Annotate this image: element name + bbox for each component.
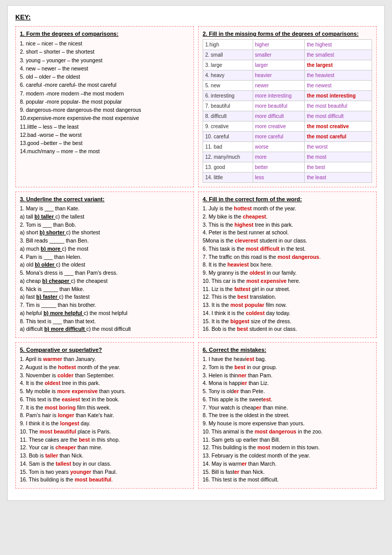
table-cell: higher <box>253 40 305 50</box>
list-item: 5. old – older – the oldest <box>20 73 189 81</box>
list-item: 10. The most beautiful place is Paris. <box>20 428 189 436</box>
list-item: 15. Bill is faster than Nick. <box>203 468 372 476</box>
list-item: a) difficult b) more difficult c) the mo… <box>20 325 189 333</box>
section3-title: 3. Underline the correct variant: <box>20 196 189 202</box>
section2: 2. Fill in the missing forms of the degr… <box>198 26 377 187</box>
list-item: 3. November is colder than September. <box>20 372 189 380</box>
table-cell: 6. interesting <box>203 91 253 101</box>
section4-title: 4. Fill in the correct form of the word: <box>203 196 372 202</box>
list-item: 2. My bike is the cheapest. <box>203 213 372 221</box>
table-cell: 14. little <box>203 173 253 183</box>
table-cell: the newest <box>305 81 372 91</box>
table-cell: newer <box>253 81 305 91</box>
list-item: 10.expensive-more expensive-the most exp… <box>20 114 189 122</box>
table-cell: more <box>253 152 305 162</box>
section2-title: 2. Fill in the missing forms of the degr… <box>203 31 372 37</box>
list-item: 12. Your car is cheaper than mine. <box>20 444 189 452</box>
table-cell: larger <box>253 60 305 70</box>
table-cell: the smallest <box>305 50 372 60</box>
list-item: 15. It is the biggest size of the dress. <box>203 318 372 326</box>
list-item: 13. February is the coldest month of the… <box>203 452 372 460</box>
section4: 4. Fill in the correct form of the word:… <box>198 191 377 338</box>
list-item: 14.much/many – more – the most <box>20 147 189 155</box>
list-item: a) cheap b) cheaper c) the cheapest <box>20 277 189 285</box>
list-item: a) fast b) faster c) the fastest <box>20 293 189 301</box>
table-row: 13. goodbetterthe best <box>203 162 372 173</box>
list-item: 14. May is warmer than March. <box>203 460 372 468</box>
table-cell: the best <box>305 162 372 173</box>
list-item: 8. Pam's hair is longer than Kate's hair… <box>20 412 189 420</box>
list-item: 8. It is the heaviest box here. <box>203 261 372 269</box>
list-item: 9. dangerous-more dangerous-the most dan… <box>20 106 189 114</box>
table-cell: more creative <box>253 122 305 132</box>
page: KEY: 1. Form the degrees of comparisons:… <box>7 5 385 501</box>
table-cell: more beautiful <box>253 101 305 111</box>
list-item: 11. These cakes are the best in this sho… <box>20 436 189 444</box>
table-cell: the most interesting <box>305 91 372 101</box>
table-cell: the heaviest <box>305 70 372 81</box>
table-row: 5. newnewerthe newest <box>203 81 372 91</box>
list-item: 8. The tree is the oldest in the street. <box>203 412 372 420</box>
list-item: 4. It is the oldest tree in this park. <box>20 379 189 388</box>
table-cell: more difficult <box>253 111 305 122</box>
table-cell: 9. creative <box>203 122 253 132</box>
section6-content: 1. I have the heaviest bag.2. Tom is the… <box>203 355 372 484</box>
list-item: 1. April is warmer than January. <box>20 355 189 364</box>
section3: 3. Underline the correct variant: 1. Mar… <box>15 191 194 338</box>
table-cell: the worst <box>305 142 372 152</box>
list-item: 7. The traffic on this road is the most … <box>203 253 372 261</box>
table-row: 6. interestingmore interestingthe most i… <box>203 91 372 101</box>
list-item: a) helpful b) more helpful c) the most h… <box>20 309 189 318</box>
table-cell: smaller <box>253 50 305 60</box>
list-item: 13. It is the most popular film now. <box>203 301 372 309</box>
list-item: 16. This test is the most difficult. <box>203 476 372 484</box>
list-item: 3. This is the highest tree in this park… <box>203 221 372 229</box>
list-item: 5Mona is the cleverest student in our cl… <box>203 237 372 245</box>
list-item: 9. My granny is the oldest in our family… <box>203 269 372 277</box>
table-row: 11. badworsethe worst <box>203 142 372 152</box>
key-label: KEY: <box>15 13 377 21</box>
list-item: 12.bad -worse – the worst <box>20 131 189 139</box>
table-cell: the largest <box>305 60 372 70</box>
section1: 1. Form the degrees of comparisons: 1. n… <box>15 26 194 187</box>
list-item: 1. I have the heaviest bag. <box>203 355 372 364</box>
table-cell: 8. difficult <box>203 111 253 122</box>
table-cell: 12. many/much <box>203 152 253 162</box>
list-item: 13.good –better – the best <box>20 139 189 147</box>
list-item: 10. This car is the most expensive here. <box>203 277 372 285</box>
table-cell: more interesting <box>253 91 305 101</box>
list-item: 16. This building is the most beautiful. <box>20 476 189 484</box>
table-row: 7. beautifulmore beautifulthe most beaut… <box>203 101 372 111</box>
list-item: a) old b) older c) the oldest <box>20 261 189 269</box>
table-cell: the most creative <box>305 122 372 132</box>
table-cell: worse <box>253 142 305 152</box>
table-row: 8. difficultmore difficultthe most diffi… <box>203 111 372 122</box>
list-item: 4. Pam is ___ than Helen. <box>20 253 189 261</box>
table-cell: 11. bad <box>203 142 253 152</box>
section3-content: 1. Mary is ___ than Kate.a) tall b) tall… <box>20 205 189 333</box>
list-item: 9. My house is more expensive than yours… <box>203 420 372 428</box>
table-cell: 3. large <box>203 60 253 70</box>
list-item: 3. young – younger – the youngest <box>20 56 189 64</box>
list-item: 6. This task is the most difficult in th… <box>203 245 372 253</box>
section1-title: 1. Form the degrees of comparisons: <box>20 31 189 37</box>
list-item: 11. Sam gets up earlier than Bill. <box>203 436 372 444</box>
list-item: 10. This animal is the most dangerous in… <box>203 428 372 436</box>
section5-content: 1. April is warmer than January.2. Augus… <box>20 355 189 484</box>
list-item: 1. nice – nicer – the nicest <box>20 39 189 47</box>
table-cell: 10. careful <box>203 132 253 142</box>
list-item: 1. Mary is ___ than Kate. <box>20 205 189 213</box>
list-item: 2. short – shorter – the shortest <box>20 47 189 56</box>
table-cell: the most <box>305 152 372 162</box>
section6: 6. Correct the mistakes: 1. I have the h… <box>198 342 377 489</box>
table-cell: the most beautiful <box>305 101 372 111</box>
section6-title: 6. Correct the mistakes: <box>203 347 372 353</box>
list-item: 6. This text is the easiest text in the … <box>20 396 189 404</box>
table-cell: the most difficult <box>305 111 372 122</box>
list-item: 16. Bob is the best student in our class… <box>203 325 372 333</box>
list-item: 7. It is the most boring film this week. <box>20 404 189 412</box>
list-item: 2. Tom is ___ than Bob. <box>20 221 189 229</box>
list-item: a) tall b) taller c) the tallest <box>20 213 189 221</box>
list-item: 1. July is the hottest month of the year… <box>203 205 372 213</box>
list-item: 15. Tom is two years younger than Paul. <box>20 468 189 476</box>
